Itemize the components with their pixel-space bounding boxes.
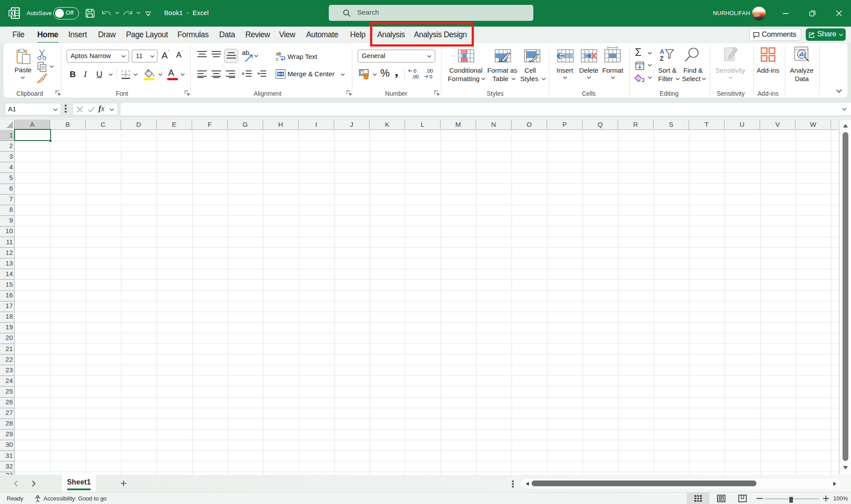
svg-text:.00: .00 — [426, 68, 433, 74]
svg-text:c: c — [276, 56, 279, 62]
svg-text:A: A — [660, 48, 664, 55]
svg-text:0: 0 — [414, 68, 416, 74]
svg-text:Z: Z — [660, 55, 664, 62]
svg-text:ab: ab — [276, 51, 281, 56]
svg-text:0: 0 — [429, 74, 432, 79]
svg-text:.00: .00 — [412, 74, 419, 79]
